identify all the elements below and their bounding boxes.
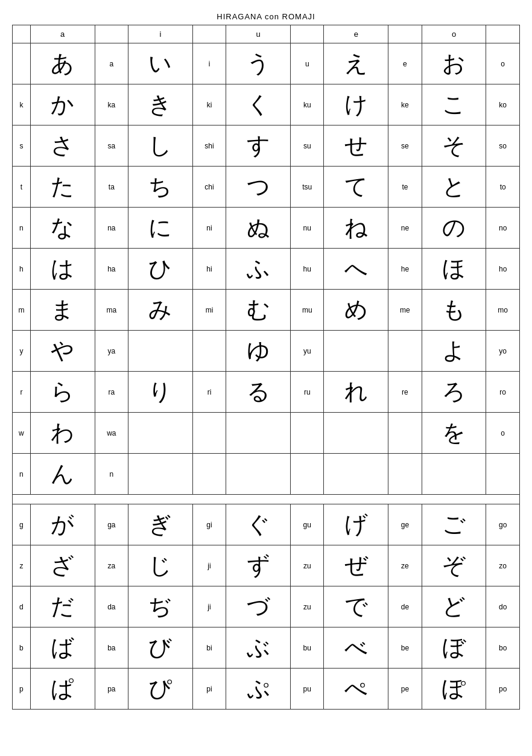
romaji-cell: mo	[486, 290, 520, 331]
kana-cell	[422, 454, 486, 495]
row-label: k	[13, 84, 31, 125]
romaji-cell: pa	[95, 669, 128, 710]
kana-cell: ぢ	[128, 586, 193, 627]
kana-cell: の	[422, 208, 486, 249]
table-row: pぱpaぴpiぷpuぺpeぽpo	[13, 669, 520, 710]
romaji-cell: ru	[291, 372, 324, 413]
kana-cell: ぐ	[226, 504, 291, 545]
header-a-romaji	[95, 25, 128, 43]
romaji-cell: te	[388, 167, 422, 208]
kana-cell: ひ	[128, 249, 193, 290]
header-e-kana: e	[324, 25, 388, 43]
kana-cell: ま	[30, 290, 95, 331]
header-u-romaji	[291, 25, 324, 43]
romaji-cell	[291, 413, 324, 454]
kana-cell: い	[128, 43, 193, 84]
romaji-cell: go	[486, 504, 520, 545]
kana-cell: り	[128, 372, 193, 413]
romaji-cell: po	[486, 669, 520, 710]
kana-cell: れ	[324, 372, 388, 413]
header-u-kana: u	[226, 25, 291, 43]
kana-cell: ろ	[422, 372, 486, 413]
romaji-cell: ze	[388, 545, 422, 586]
romaji-cell: ga	[95, 504, 128, 545]
romaji-cell: hu	[291, 249, 324, 290]
kana-cell: ぷ	[226, 669, 291, 710]
kana-cell: す	[226, 125, 291, 167]
kana-cell: き	[128, 84, 193, 125]
kana-cell	[128, 413, 193, 454]
row-label: h	[13, 249, 31, 290]
kana-cell	[324, 331, 388, 372]
kana-cell: つ	[226, 167, 291, 208]
kana-cell: ぺ	[324, 669, 388, 710]
kana-cell: ず	[226, 545, 291, 586]
kana-cell: め	[324, 290, 388, 331]
row-label: n	[13, 454, 31, 495]
romaji-cell: do	[486, 586, 520, 627]
romaji-cell: e	[388, 43, 422, 84]
row-label: y	[13, 331, 31, 372]
romaji-cell: pe	[388, 669, 422, 710]
kana-cell: て	[324, 167, 388, 208]
romaji-cell: bi	[192, 627, 226, 669]
table-row: kかkaきkiくkuけkeこko	[13, 84, 520, 125]
main-tbody: あaいiうuえeおokかkaきkiくkuけkeこkosさsaしshiすsuせse…	[13, 43, 520, 710]
romaji-cell: tsu	[291, 167, 324, 208]
table-row: nんn	[13, 454, 520, 495]
table-row: bばbaびbiぶbuべbeぼbo	[13, 627, 520, 669]
table-row: あaいiうuえeおo	[13, 43, 520, 84]
row-label: m	[13, 290, 31, 331]
romaji-cell: ma	[95, 290, 128, 331]
header-i-romaji	[192, 25, 226, 43]
romaji-cell: hi	[192, 249, 226, 290]
table-row: zざzaじjiずzuぜzeぞzo	[13, 545, 520, 586]
kana-cell: だ	[30, 586, 95, 627]
kana-cell	[128, 331, 193, 372]
table-row: rらraりriるruれreろro	[13, 372, 520, 413]
row-label: g	[13, 504, 31, 545]
romaji-cell: nu	[291, 208, 324, 249]
kana-cell: ぜ	[324, 545, 388, 586]
kana-cell: ち	[128, 167, 193, 208]
romaji-cell: ne	[388, 208, 422, 249]
kana-cell: ぽ	[422, 669, 486, 710]
kana-cell: せ	[324, 125, 388, 167]
header-e-romaji	[388, 25, 422, 43]
kana-cell: お	[422, 43, 486, 84]
romaji-cell: ko	[486, 84, 520, 125]
romaji-cell: ji	[192, 545, 226, 586]
table-row: sさsaしshiすsuせseそso	[13, 125, 520, 167]
row-label: p	[13, 669, 31, 710]
kana-cell: ざ	[30, 545, 95, 586]
kana-cell	[128, 454, 193, 495]
row-label: s	[13, 125, 31, 167]
kana-cell: づ	[226, 586, 291, 627]
kana-cell: ふ	[226, 249, 291, 290]
romaji-cell: ya	[95, 331, 128, 372]
kana-cell: ば	[30, 627, 95, 669]
kana-cell: あ	[30, 43, 95, 84]
romaji-cell	[192, 331, 226, 372]
row-label: r	[13, 372, 31, 413]
kana-cell: わ	[30, 413, 95, 454]
kana-cell: で	[324, 586, 388, 627]
romaji-cell: no	[486, 208, 520, 249]
kana-cell: ぶ	[226, 627, 291, 669]
kana-cell: ん	[30, 454, 95, 495]
kana-cell: か	[30, 84, 95, 125]
kana-cell: ほ	[422, 249, 486, 290]
kana-cell: ゆ	[226, 331, 291, 372]
kana-cell: こ	[422, 84, 486, 125]
romaji-cell	[388, 413, 422, 454]
kana-cell: む	[226, 290, 291, 331]
kana-cell: よ	[422, 331, 486, 372]
romaji-cell: me	[388, 290, 422, 331]
kana-cell: べ	[324, 627, 388, 669]
kana-cell: ね	[324, 208, 388, 249]
romaji-cell: ri	[192, 372, 226, 413]
romaji-cell: gu	[291, 504, 324, 545]
romaji-cell: ra	[95, 372, 128, 413]
hiragana-table: a i u e o あaいiうuえeおokかkaきkiくkuけkeこkosさsa…	[12, 25, 520, 710]
kana-cell: そ	[422, 125, 486, 167]
